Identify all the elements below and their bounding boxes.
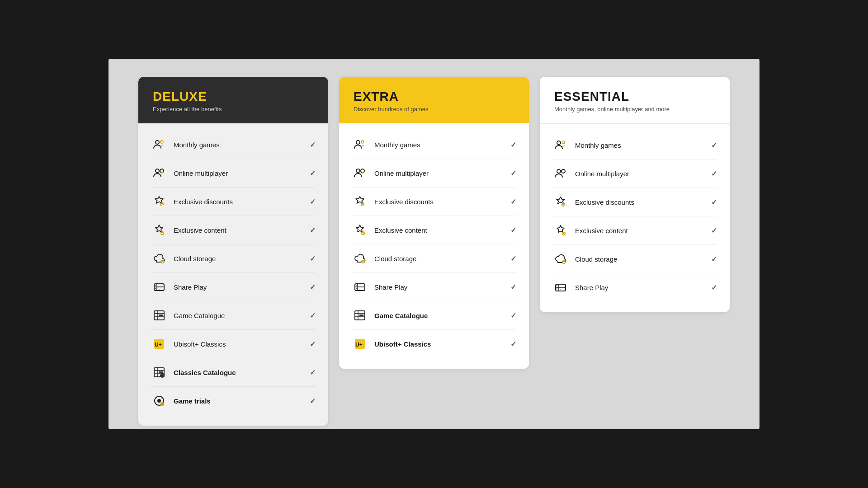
feature-label: Monthly games	[575, 141, 711, 149]
check-icon: ✓	[711, 226, 717, 235]
svg-rect-19	[159, 314, 163, 316]
check-icon: ✓	[711, 255, 717, 263]
check-icon: ✓	[510, 254, 516, 263]
feature-label: Online multiplayer	[174, 169, 310, 177]
feature-row: U+ Ubisoft+ Classics✓	[151, 330, 316, 358]
feature-label: Monthly games	[374, 141, 510, 149]
plan-header-essential: ESSENTIALMonthly games, online multiplay…	[540, 77, 730, 124]
feature-label: Exclusive content	[575, 227, 711, 235]
check-icon: ✓	[711, 141, 717, 150]
svg-point-12	[155, 285, 156, 286]
check-icon: ✓	[510, 169, 516, 178]
check-icon: ✓	[310, 311, 316, 320]
feature-row: Online multiplayer✓	[352, 159, 516, 188]
check-icon: ✓	[711, 283, 717, 292]
svg-point-55	[562, 141, 565, 144]
catalogue-icon	[352, 307, 368, 324]
svg-point-4	[161, 172, 163, 174]
svg-point-34	[356, 169, 360, 173]
plan-subtitle-deluxe: Experience all the benefits	[153, 106, 314, 113]
online-multi-icon	[151, 165, 167, 181]
feature-label: Cloud storage	[174, 255, 310, 263]
svg-point-58	[562, 172, 564, 174]
feature-label: Online multiplayer	[575, 170, 711, 178]
check-icon: ✓	[711, 198, 717, 206]
check-icon: ✓	[510, 197, 516, 206]
svg-text:%: %	[362, 203, 365, 206]
plan-subtitle-essential: Monthly games, online multiplayer and mo…	[554, 106, 715, 113]
svg-point-62	[562, 260, 566, 264]
svg-point-68	[560, 289, 561, 290]
feature-label: Classics Catalogue	[174, 369, 310, 376]
svg-text:%: %	[161, 203, 164, 206]
svg-point-2	[156, 169, 159, 173]
plan-card-extra: EXTRADiscover hundreds of games Monthly …	[339, 77, 529, 369]
feature-row: Online multiplayer✓	[552, 160, 717, 188]
check-icon: ✓	[310, 254, 316, 263]
feature-row: Cloud storage✓	[552, 245, 717, 273]
svg-point-67	[557, 288, 557, 289]
svg-point-56	[557, 169, 561, 173]
feature-label: Game Catalogue	[174, 312, 310, 319]
share-play-icon	[352, 279, 368, 295]
feature-row: Share Play✓	[552, 273, 717, 301]
feature-row: Exclusive content✓	[552, 216, 717, 245]
feature-label: Exclusive discounts	[575, 198, 711, 206]
check-icon: ✓	[310, 340, 316, 348]
feature-row: % Exclusive discounts✓	[552, 188, 717, 216]
plan-title-extra: EXTRA	[354, 89, 514, 104]
check-icon: ✓	[510, 340, 516, 348]
plan-features-deluxe: Monthly games✓ Online multiplayer✓ % Exc…	[138, 123, 328, 426]
plan-card-deluxe: DELUXEExperience all the benefits Monthl…	[138, 77, 328, 426]
main-background: DELUXEExperience all the benefits Monthl…	[108, 59, 760, 429]
feature-row: Share Play✓	[352, 273, 516, 301]
feature-row: Monthly games✓	[352, 131, 516, 159]
svg-point-33	[361, 141, 364, 143]
feature-label: Monthly games	[174, 141, 310, 149]
plan-header-deluxe: DELUXEExperience all the benefits	[138, 77, 328, 123]
people-games-icon	[151, 136, 167, 153]
people-games-icon	[552, 137, 569, 153]
feature-row: Monthly games✓	[151, 131, 316, 159]
svg-point-36	[362, 172, 363, 174]
share-play-icon	[552, 279, 569, 296]
svg-point-8	[160, 260, 164, 263]
feature-label: Game trials	[174, 397, 310, 405]
trials-icon	[151, 393, 167, 409]
plan-title-deluxe: DELUXE	[153, 89, 314, 104]
svg-point-44	[356, 285, 357, 286]
discounts-icon: %	[352, 193, 368, 210]
feature-label: Share Play	[374, 283, 510, 291]
svg-point-1	[160, 141, 163, 143]
feature-label: Exclusive content	[374, 226, 510, 234]
feature-row: Monthly games✓	[552, 131, 717, 160]
feature-label: Exclusive content	[174, 226, 310, 234]
online-multi-icon	[352, 165, 368, 181]
feature-label: Game Catalogue	[374, 312, 510, 319]
feature-row: Game Catalogue✓	[352, 301, 516, 330]
check-icon: ✓	[711, 169, 717, 178]
svg-point-30	[157, 399, 161, 403]
plan-features-extra: Monthly games✓ Online multiplayer✓ % Exc…	[339, 123, 529, 369]
content-icon	[151, 222, 167, 238]
plan-subtitle-extra: Discover hundreds of games	[354, 106, 514, 113]
people-games-icon	[352, 136, 368, 153]
ubisoft-icon: U+	[352, 336, 368, 352]
svg-rect-28	[161, 374, 163, 377]
feature-row: % Exclusive discounts✓	[151, 188, 316, 216]
check-icon: ✓	[310, 226, 316, 235]
feature-row: Game Catalogue✓	[151, 301, 316, 330]
feature-row: Cloud storage✓	[352, 244, 516, 273]
check-icon: ✓	[510, 226, 516, 235]
cloud-icon	[151, 250, 167, 267]
svg-point-45	[356, 288, 357, 289]
svg-point-31	[160, 402, 164, 406]
feature-row: U+ Ubisoft+ Classics✓	[352, 330, 516, 358]
feature-label: Ubisoft+ Classics	[174, 340, 310, 348]
content-icon	[352, 222, 368, 238]
svg-point-40	[361, 260, 365, 263]
svg-text:%: %	[562, 204, 566, 207]
feature-label: Share Play	[575, 284, 711, 291]
svg-point-54	[557, 141, 561, 145]
svg-text:U+: U+	[355, 342, 363, 348]
